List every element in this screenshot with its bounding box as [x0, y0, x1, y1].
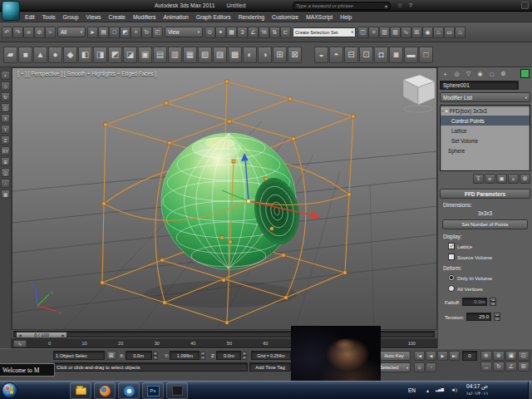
welcome-window[interactable]: Welcome to M: [0, 363, 55, 377]
show-hidden-icons[interactable]: ▴: [426, 387, 429, 393]
ribbon-tool-2-icon[interactable]: ■: [18, 47, 32, 63]
selection-lock-icon[interactable]: ⊠: [106, 351, 116, 360]
taskbar-explorer-button[interactable]: [70, 382, 91, 399]
select-and-link-icon[interactable]: ∞: [23, 27, 34, 38]
set-key-icon[interactable]: ⊙: [414, 362, 425, 372]
use-pivot-center-icon[interactable]: ⊙: [204, 27, 215, 38]
reference-coordinate-dropdown[interactable]: View ▾: [165, 27, 203, 37]
pan-icon[interactable]: ↔: [480, 362, 492, 372]
auto-key-button[interactable]: Auto Key: [377, 351, 411, 361]
configure-modifier-sets-icon[interactable]: ⚙: [520, 174, 530, 184]
toolbar-grip-icon[interactable]: ▪: [1, 71, 10, 80]
stack-item-control-points[interactable]: Control Points: [441, 116, 530, 126]
mirror-tool-icon[interactable]: ◫: [1, 168, 10, 177]
menu-item-group[interactable]: Group: [63, 14, 79, 20]
application-menu-button[interactable]: [2, 1, 20, 21]
taskbar-firefox-button[interactable]: [94, 382, 116, 399]
select-object-icon[interactable]: ►: [87, 27, 98, 38]
ribbon-extra-6-icon[interactable]: ◙: [389, 47, 403, 63]
visibility-bulb-icon[interactable]: ●: [446, 108, 448, 113]
percent-snap-icon[interactable]: %: [259, 27, 269, 38]
taskbar-clock[interactable]: 04:17 ص ١٤/٠١/٢٠١١: [459, 383, 495, 397]
tension-spinner[interactable]: ▴ ▾: [494, 313, 500, 321]
show-end-result-icon[interactable]: ≡: [485, 174, 495, 184]
key-mode-toggle-icon[interactable]: ◔: [426, 362, 436, 372]
taskbar-photoshop-button[interactable]: Ps: [142, 382, 164, 399]
only-in-volume-radio[interactable]: [448, 274, 455, 281]
material-editor-icon[interactable]: ◉: [422, 27, 433, 38]
select-and-move-icon[interactable]: +: [131, 27, 141, 38]
snap-tool-icon[interactable]: ◇: [1, 81, 10, 91]
redo-icon[interactable]: ↷: [12, 27, 23, 38]
remove-modifier-icon[interactable]: ×: [508, 174, 519, 184]
falloff-spinner[interactable]: ▴ ▾: [490, 298, 496, 306]
ribbon-tool-19-icon[interactable]: ⊞: [273, 47, 287, 63]
all-vertices-radio[interactable]: [448, 285, 455, 292]
y-coordinate-field[interactable]: 1.099m: [170, 351, 200, 360]
spinner-down-icon[interactable]: ▾: [490, 302, 496, 306]
render-production-icon[interactable]: ♨: [455, 27, 466, 38]
select-and-rotate-icon[interactable]: ↻: [141, 27, 152, 38]
ribbon-extra-5-icon[interactable]: ◘: [374, 47, 388, 63]
stack-item-set-volume[interactable]: Set Volume: [441, 135, 530, 145]
search-scope-icon[interactable]: ▾: [385, 3, 387, 9]
spinner-snap-icon[interactable]: ⇅: [269, 27, 280, 38]
select-and-scale-icon[interactable]: ◰: [152, 27, 163, 38]
viewport[interactable]: x y z [ + ] [ Perspective ] [ Smooth + H…: [12, 67, 437, 330]
menu-item-edit[interactable]: Edit: [25, 14, 35, 20]
graphite-tools-icon[interactable]: ▧: [390, 27, 401, 38]
previous-frame-nub[interactable]: ◀: [17, 333, 23, 337]
render-setup-icon[interactable]: ♨: [433, 27, 444, 38]
add-time-tag[interactable]: Add Time Tag: [249, 362, 291, 372]
create-tab-icon[interactable]: +: [440, 69, 451, 79]
infocenter-search[interactable]: ▾: [293, 2, 391, 10]
menu-item-tools[interactable]: Tools: [42, 14, 56, 20]
display-tab-icon[interactable]: □: [486, 69, 497, 79]
named-selection-sets-icon[interactable]: ⊏: [280, 27, 291, 38]
ribbon-extra-3-icon[interactable]: ⊟: [344, 47, 358, 63]
go-to-start-icon[interactable]: |◀: [414, 351, 425, 361]
layer-tool-icon[interactable]: ▦: [1, 190, 10, 199]
language-indicator[interactable]: EN: [408, 387, 416, 393]
stack-item-sphere[interactable]: Sphere: [441, 145, 530, 155]
taskbar-video-app-button[interactable]: [166, 382, 188, 399]
ribbon-tool-15-icon[interactable]: ▨: [213, 47, 227, 63]
previous-frame-icon[interactable]: ◀: [426, 351, 436, 361]
menu-item-views[interactable]: Views: [86, 14, 101, 20]
window-crossing-icon[interactable]: ◩: [120, 27, 131, 38]
ribbon-extra-2-icon[interactable]: ◓: [329, 47, 343, 63]
spinner-down-icon[interactable]: ▾: [153, 356, 158, 360]
bind-to-space-warp-icon[interactable]: ≈: [45, 27, 56, 38]
ribbon-tool-18-icon[interactable]: ◑: [258, 47, 272, 63]
snaps-toggle-icon[interactable]: 3: [237, 27, 248, 38]
layer-manager-icon[interactable]: ▥: [379, 27, 390, 38]
select-and-manipulate-icon[interactable]: ✦: [215, 27, 226, 38]
volume-icon[interactable]: ◄): [451, 387, 457, 392]
mirror-icon[interactable]: ◫: [357, 27, 368, 38]
menu-item-help[interactable]: Help: [340, 14, 352, 20]
spinner-down-icon[interactable]: ▾: [242, 356, 247, 360]
undo-icon[interactable]: ↶: [2, 27, 12, 38]
schematic-view-icon[interactable]: ⊞: [411, 27, 422, 38]
pin-stack-icon[interactable]: ↧: [473, 174, 484, 184]
select-by-name-icon[interactable]: ▤: [98, 27, 109, 38]
modifier-list-dropdown[interactable]: Modifier List ▾: [440, 92, 530, 102]
spinner-down-icon[interactable]: ▾: [494, 317, 500, 321]
mini-curve-editor-button[interactable]: ∿: [13, 340, 27, 347]
ribbon-tool-1-icon[interactable]: ▰: [3, 47, 17, 63]
stack-item-lattice[interactable]: Lattice: [441, 126, 530, 135]
field-of-view-icon[interactable]: ∠: [505, 362, 517, 372]
axis-y-icon[interactable]: Y: [1, 125, 10, 134]
lattice-checkbox[interactable]: ✓: [448, 243, 455, 249]
array-tool-icon[interactable]: ∴: [1, 179, 10, 188]
show-desktop-button[interactable]: [528, 382, 532, 399]
ribbon-tool-11-icon[interactable]: ▤: [153, 47, 167, 63]
make-unique-icon[interactable]: ▣: [496, 174, 507, 184]
curve-editor-icon[interactable]: ∿: [401, 27, 411, 38]
x-coordinate-field[interactable]: 0.0m: [126, 351, 152, 360]
unlink-selection-icon[interactable]: ⊘: [34, 27, 45, 38]
ribbon-tool-9-icon[interactable]: ◪: [123, 47, 137, 63]
ribbon-extra-7-icon[interactable]: ▬: [404, 47, 418, 63]
menu-item-graph-editors[interactable]: Graph Editors: [196, 14, 231, 20]
start-button[interactable]: [2, 382, 17, 398]
